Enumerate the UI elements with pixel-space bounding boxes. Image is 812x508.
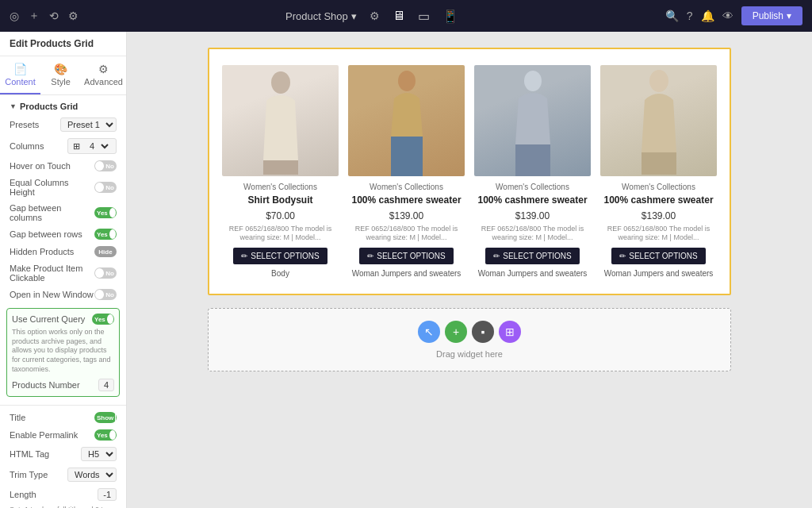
product-image-3	[474, 65, 591, 176]
search-icon[interactable]: 🔍	[665, 10, 679, 22]
product-price-4: $139.00	[642, 210, 676, 221]
top-bar-center: Product Shop ▾ ⚙ 🖥 ▭ 📱	[285, 9, 458, 24]
svg-point-2	[398, 71, 416, 91]
product-name-1: Shirt Bodysuit	[247, 194, 312, 207]
use-current-query-toggle[interactable]: Yes	[92, 314, 114, 325]
top-bar-left: ◎ ＋ ⟲ ⚙	[10, 9, 79, 23]
select-options-icon-1: ✏	[241, 252, 247, 260]
mobile-icon[interactable]: 📱	[442, 9, 458, 24]
enable-permalink-toggle[interactable]: Yes	[94, 429, 117, 441]
equal-columns-label: Equal Columns Height	[10, 178, 94, 197]
product-card-3: Women's Collections 100% cashmere sweate…	[474, 65, 591, 278]
history-icon[interactable]: ⟲	[49, 10, 59, 22]
use-current-query-field: Use Current Query Yes	[12, 312, 114, 326]
tab-advanced[interactable]: ⚙ Advanced	[81, 56, 126, 94]
select-options-icon-4: ✏	[619, 252, 626, 260]
select-options-label-3: SELECT OPTIONS	[503, 252, 572, 260]
drop-icon-plus[interactable]: +	[445, 321, 467, 343]
svg-rect-3	[391, 137, 423, 176]
canvas: Women's Collections Shirt Bodysuit $70.0…	[127, 32, 812, 508]
product-category-3: Women's Collections	[496, 183, 569, 191]
select-options-icon-2: ✏	[367, 252, 373, 260]
settings-icon[interactable]: ⚙	[68, 10, 79, 22]
help-icon[interactable]: ?	[687, 10, 693, 22]
hidden-products-toggle[interactable]: Hide	[94, 246, 117, 257]
columns-value[interactable]: ⊞ 4	[67, 138, 117, 154]
gap-rows-toggle[interactable]: Yes	[94, 229, 117, 240]
svg-point-0	[271, 71, 290, 94]
select-options-btn-4[interactable]: ✏ SELECT OPTIONS	[611, 248, 706, 264]
svg-rect-7	[642, 152, 676, 175]
select-options-label-2: SELECT OPTIONS	[377, 252, 446, 260]
product-card-1: Women's Collections Shirt Bodysuit $70.0…	[222, 65, 339, 278]
drop-icon-cursor[interactable]: ↖	[418, 321, 440, 343]
responsive-settings-icon[interactable]: ⚙	[370, 10, 380, 22]
title-toggle[interactable]: Show	[94, 412, 117, 423]
tab-style[interactable]: 🎨 Style	[40, 56, 81, 94]
product-category-1: Women's Collections	[243, 183, 317, 191]
publish-button[interactable]: Publish ▾	[741, 6, 802, 25]
length-value[interactable]: -1	[98, 488, 117, 501]
drop-icon-square[interactable]: ▪	[472, 321, 494, 343]
product-image-4	[600, 65, 717, 176]
elementor-logo-icon[interactable]: ◎	[10, 10, 19, 22]
gap-columns-toggle[interactable]: Yes	[94, 207, 117, 218]
svg-point-6	[649, 70, 668, 92]
html-tag-field: HTML Tag H5	[0, 444, 126, 464]
open-new-window-field: Open in New Window No	[0, 286, 126, 303]
product-footer-1: Body	[271, 269, 289, 278]
site-title-text: Product Shop	[285, 10, 348, 22]
style-tab-icon: 🎨	[54, 63, 67, 75]
product-silhouette-2	[375, 65, 439, 176]
current-query-box: Use Current Query Yes This option works …	[6, 308, 120, 397]
svg-point-4	[524, 71, 542, 91]
trim-type-select[interactable]: Words	[67, 468, 117, 482]
columns-select[interactable]: 4	[83, 140, 111, 152]
title-label: Title	[10, 413, 25, 422]
main-layout: Edit Products Grid 📄 Content 🎨 Style ⚙ A…	[0, 32, 812, 508]
trim-type-field: Trim Type Words	[0, 464, 126, 485]
title-field: Title Show	[0, 409, 126, 426]
presets-select[interactable]: Preset 1	[60, 117, 117, 132]
make-clickable-toggle[interactable]: No	[94, 267, 117, 279]
hidden-products-field: Hidden Products Hide	[0, 243, 126, 260]
drop-icon-grid[interactable]: ⊞	[499, 321, 521, 343]
products-grid-section-label: Products Grid	[0, 95, 126, 114]
product-price-2: $139.00	[389, 210, 423, 221]
hidden-products-label: Hidden Products	[10, 247, 74, 256]
product-silhouette-4	[627, 65, 691, 176]
select-options-btn-2[interactable]: ✏ SELECT OPTIONS	[359, 248, 454, 264]
select-options-btn-1[interactable]: ✏ SELECT OPTIONS	[233, 248, 327, 264]
products-number-value[interactable]: 4	[98, 379, 114, 391]
hover-touch-toggle[interactable]: No	[94, 160, 117, 171]
gap-columns-label: Gap between columns	[10, 203, 94, 222]
desktop-icon[interactable]: 🖥	[393, 9, 405, 23]
product-price-1: $70.00	[266, 210, 295, 221]
select-options-label-4: SELECT OPTIONS	[629, 252, 698, 260]
top-bar: ◎ ＋ ⟲ ⚙ Product Shop ▾ ⚙ 🖥 ▭ 📱 🔍 ? 🔔 👁 P…	[0, 0, 812, 32]
equal-columns-field: Equal Columns Height No	[0, 175, 126, 200]
open-new-window-toggle[interactable]: No	[94, 289, 117, 300]
columns-label: Columns	[10, 141, 44, 151]
select-options-icon-3: ✏	[493, 252, 500, 260]
enable-permalink-label: Enable Permalink	[10, 430, 78, 440]
drop-text: Drag widget here	[436, 349, 503, 359]
presets-label: Presets	[10, 120, 39, 129]
drop-icons: ↖ + ▪ ⊞	[418, 321, 521, 343]
tablet-icon[interactable]: ▭	[418, 9, 430, 24]
equal-columns-toggle[interactable]: No	[94, 182, 117, 193]
tab-content[interactable]: 📄 Content	[0, 56, 40, 94]
product-ref-3: REF 0652/168/800 The model is wearing si…	[474, 225, 591, 243]
drop-zone[interactable]: ↖ + ▪ ⊞ Drag widget here	[208, 308, 731, 371]
add-element-icon[interactable]: ＋	[29, 9, 40, 23]
site-title[interactable]: Product Shop ▾	[285, 10, 357, 22]
product-footer-4: Woman Jumpers and sweaters	[604, 269, 714, 278]
notifications-icon[interactable]: 🔔	[701, 10, 714, 22]
preview-icon[interactable]: 👁	[722, 10, 733, 22]
product-name-2: 100% cashmere sweater	[351, 194, 461, 207]
product-card-2: Women's Collections 100% cashmere sweate…	[348, 65, 465, 278]
product-footer-2: Woman Jumpers and sweaters	[352, 269, 462, 278]
svg-rect-1	[263, 160, 298, 175]
select-options-btn-3[interactable]: ✏ SELECT OPTIONS	[485, 248, 580, 264]
html-tag-select[interactable]: H5	[81, 447, 117, 461]
